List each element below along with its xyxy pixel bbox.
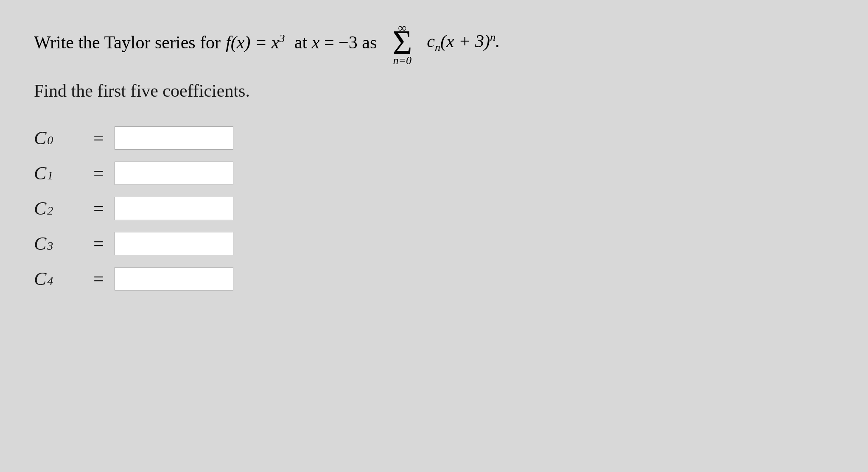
coeff-label-4: C4 xyxy=(34,268,85,290)
coeff-row-2: C2 = xyxy=(34,197,834,220)
coeff-input-1[interactable] xyxy=(115,162,233,185)
series-term: cn(x + 3)n. xyxy=(427,31,500,54)
coeff-input-4[interactable] xyxy=(115,267,233,290)
coeff-row-1: C1 = xyxy=(34,162,834,185)
page-content: Write the Taylor series for f(x) = x3 at… xyxy=(34,25,834,290)
coeff-row-3: C3 = xyxy=(34,232,834,255)
equals-1: = xyxy=(93,162,104,184)
problem-statement: Write the Taylor series for f(x) = x3 at… xyxy=(34,25,834,59)
at-text: at x = −3 as xyxy=(290,32,377,53)
coeff-row-0: C0 = xyxy=(34,126,834,150)
coeff-label-2: C2 xyxy=(34,198,85,219)
coeff-input-0[interactable] xyxy=(115,126,233,150)
equals-2: = xyxy=(93,198,104,219)
sigma-infinity: ∞ xyxy=(398,21,406,35)
problem-intro-text: Write the Taylor series for xyxy=(34,32,221,53)
equals-3: = xyxy=(93,233,104,254)
sigma-symbol: ∞ Σ n=0 xyxy=(385,25,419,59)
sigma-n-equals-0: n=0 xyxy=(393,54,412,67)
find-coefficients-text: Find the first five coefficients. xyxy=(34,81,834,101)
coefficients-section: C0 = C1 = C2 = C3 = xyxy=(34,126,834,290)
function-expr: f(x) = x3 xyxy=(226,32,285,53)
coeff-row-4: C4 = xyxy=(34,267,834,290)
coeff-label-0: C0 xyxy=(34,127,85,149)
coeff-label-1: C1 xyxy=(34,162,85,184)
equals-4: = xyxy=(93,268,104,290)
coeff-label-3: C3 xyxy=(34,233,85,254)
coeff-input-2[interactable] xyxy=(115,197,233,220)
coeff-input-3[interactable] xyxy=(115,232,233,255)
equals-0: = xyxy=(93,127,104,149)
